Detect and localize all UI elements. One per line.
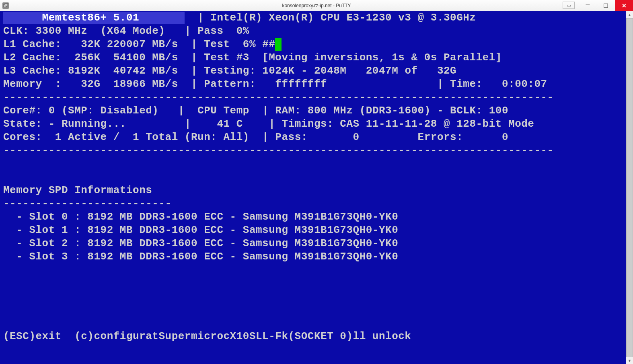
state-info: State: - Running... xyxy=(3,118,126,130)
elapsed-time: Time: 0:00:07 xyxy=(450,78,547,90)
separator: ----------------------------------------… xyxy=(3,91,554,103)
cores-info: Cores: 1 Active / 1 Total (Run: All) xyxy=(3,131,249,143)
clk-info: CLK: 3300 MHz (X64 Mode) xyxy=(3,25,165,37)
scroll-track[interactable] xyxy=(626,18,633,357)
footer-hotkeys: (ESC)exit (c)configuratSupermicrocX10SLL… xyxy=(3,330,411,342)
l2-cache: L2 Cache: 256K 54100 MB/s xyxy=(3,51,178,64)
window-title: konsolenproxy.rz-ip.net - PuTTY xyxy=(282,3,351,8)
vertical-scrollbar[interactable]: ▲ ▼ xyxy=(626,11,633,364)
core-info: Core#: 0 (SMP: Disabled) xyxy=(3,105,158,117)
spd-slot: - Slot 0 : 8192 MB DDR3-1600 ECC - Samsu… xyxy=(3,211,398,223)
maximize-button[interactable] xyxy=(597,0,615,11)
testing-range: Testing: 1024K - 2048M 2047M of 32G xyxy=(204,65,456,77)
timings: Timings: CAS 11-11-11-28 @ 128-bit Mode xyxy=(282,118,534,130)
cpu-temp: 41 C xyxy=(217,118,243,130)
spd-slot: - Slot 3 : 8192 MB DDR3-1600 ECC - Samsu… xyxy=(3,251,398,263)
pattern: Pattern: ffffffff xyxy=(204,78,327,90)
svg-rect-1 xyxy=(5,4,8,6)
spd-slot: - Slot 1 : 8192 MB DDR3-1600 ECC - Samsu… xyxy=(3,224,398,236)
spd-dash: -------------------------- xyxy=(3,197,172,210)
minimize-button[interactable] xyxy=(579,0,597,11)
cpu-temp-label: CPU Temp xyxy=(197,105,249,117)
scroll-up-arrow[interactable]: ▲ xyxy=(626,11,633,18)
spd-slot: - Slot 2 : 8192 MB DDR3-1600 ECC - Samsu… xyxy=(3,237,398,249)
scroll-thumb[interactable] xyxy=(626,18,633,357)
test-name: Test #3 [Moving inversions, 1s & 0s Para… xyxy=(204,51,502,64)
progress-block xyxy=(275,38,282,51)
spd-title: Memory SPD Informations xyxy=(3,184,152,196)
scroll-down-arrow[interactable]: ▼ xyxy=(626,357,633,364)
pass-percent: Pass 0% xyxy=(197,25,249,37)
memtest-title: Memtest86+ 5.01 xyxy=(3,12,185,24)
memory-info: Memory : 32G 18966 MB/s xyxy=(3,78,178,90)
window-titlebar: konsolenproxy.rz-ip.net - PuTTY xyxy=(0,0,633,11)
putty-icon xyxy=(2,2,9,9)
l1-cache: L1 Cache: 32K 220007 MB/s xyxy=(3,38,178,50)
terminal-output[interactable]: Memtest86+ 5.01 | Intel(R) Xeon(R) CPU E… xyxy=(3,11,626,364)
test-percent: Test 6% ## xyxy=(204,38,275,50)
separator: ----------------------------------------… xyxy=(3,144,554,156)
ram-info: RAM: 800 MHz (DDR3-1600) - BCLK: 100 xyxy=(275,105,508,117)
l3-cache: L3 Cache: 8192K 40742 MB/s xyxy=(3,65,178,77)
close-button[interactable] xyxy=(615,0,633,11)
error-count: Errors: 0 xyxy=(418,131,508,143)
window-restore-icon[interactable] xyxy=(563,2,575,9)
pass-count: Pass: 0 xyxy=(275,131,359,143)
cpu-info: Intel(R) Xeon(R) CPU E3-1230 v3 @ 3.30GH… xyxy=(210,12,476,24)
